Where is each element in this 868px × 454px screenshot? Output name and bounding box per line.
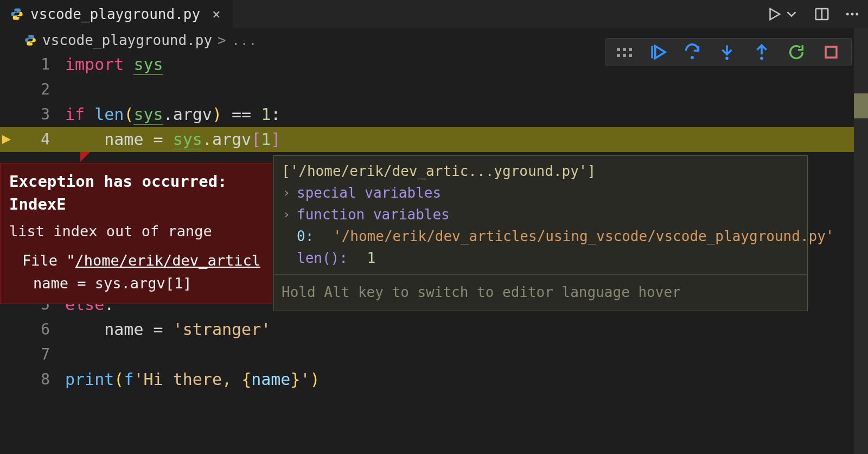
variables-hover: ['/home/erik/dev_artic...yground.py'] › … [273, 155, 808, 311]
exception-message: list index out of range [9, 220, 263, 243]
line-number: 7 [41, 342, 50, 367]
step-into-icon[interactable] [718, 43, 736, 61]
breadcrumb-file: vscode_playground.py [42, 32, 212, 48]
svg-point-8 [691, 56, 694, 59]
line-number: 2 [41, 77, 50, 102]
chevron-right-icon: › [282, 182, 291, 204]
restart-icon[interactable] [787, 43, 806, 61]
debug-toolbar[interactable] [605, 38, 852, 66]
code-line[interactable]: 6 name = 'stranger' [0, 317, 868, 342]
tab-bar: vscode_playground.py × [0, 0, 868, 28]
tab-actions [766, 0, 860, 28]
line-number: 8 [41, 367, 50, 392]
python-icon [10, 7, 24, 21]
vars-summary-row[interactable]: ['/home/erik/dev_artic...yground.py'] [282, 160, 800, 182]
breadcrumb-sep: > [218, 32, 226, 48]
exception-file-label: File " [22, 252, 75, 269]
vars-function-row[interactable]: › function variables [282, 204, 800, 225]
stop-icon[interactable] [822, 43, 840, 61]
svg-marker-0 [770, 9, 780, 20]
svg-point-3 [846, 13, 849, 16]
svg-marker-7 [655, 46, 665, 59]
scrollbar[interactable] [854, 28, 868, 454]
vars-special-row[interactable]: › special variables [282, 182, 800, 204]
code-line[interactable]: 7 [0, 342, 868, 367]
svg-rect-13 [826, 47, 837, 58]
scroll-marker [854, 93, 868, 118]
execution-pointer-icon [0, 133, 13, 146]
line-number: 1 [41, 52, 50, 77]
tab-filename: vscode_playground.py [30, 6, 200, 22]
drag-handle-icon[interactable] [617, 48, 632, 57]
error-caret-icon [80, 152, 90, 162]
breadcrumb-rest: ... [232, 32, 257, 48]
svg-point-12 [760, 57, 763, 60]
code-line[interactable]: 8 print(f'Hi there, {name}') [0, 367, 868, 392]
tab-active[interactable]: vscode_playground.py × [0, 0, 233, 28]
vars-index-row[interactable]: 0: '/home/erik/dev_articles/using_vscode… [282, 225, 800, 247]
run-icon[interactable] [766, 6, 782, 22]
code-line[interactable]: 3 if len(sys.argv) == 1: [0, 102, 868, 127]
more-icon[interactable] [844, 6, 860, 22]
split-editor-icon[interactable] [814, 6, 830, 22]
vars-len-row[interactable]: len(): 1 [282, 247, 800, 269]
chevron-down-icon[interactable] [783, 6, 800, 22]
line-number: 4 [41, 127, 50, 152]
close-icon[interactable]: × [212, 7, 221, 21]
svg-marker-14 [2, 135, 11, 144]
svg-point-4 [851, 13, 854, 16]
svg-point-10 [725, 57, 729, 60]
continue-icon[interactable] [648, 43, 667, 61]
exception-file-link[interactable]: /home/erik/dev_articl [75, 252, 260, 269]
code-line[interactable]: 2 [0, 77, 868, 102]
svg-point-5 [856, 13, 858, 16]
step-over-icon[interactable] [683, 43, 701, 61]
line-number: 3 [41, 102, 50, 127]
chevron-right-icon: › [282, 204, 291, 225]
line-number: 6 [41, 317, 50, 342]
exception-code-line: name = sys.argv[1] [9, 272, 263, 295]
vars-footer-hint: Hold Alt key to switch to editor languag… [274, 274, 807, 311]
code-line-current[interactable]: 4 name = sys.argv[1] [0, 127, 868, 152]
exception-title: Exception has occurred: IndexE [9, 170, 263, 216]
step-out-icon[interactable] [752, 43, 771, 61]
exception-panel: Exception has occurred: IndexE list inde… [0, 163, 272, 304]
python-icon [24, 34, 37, 47]
